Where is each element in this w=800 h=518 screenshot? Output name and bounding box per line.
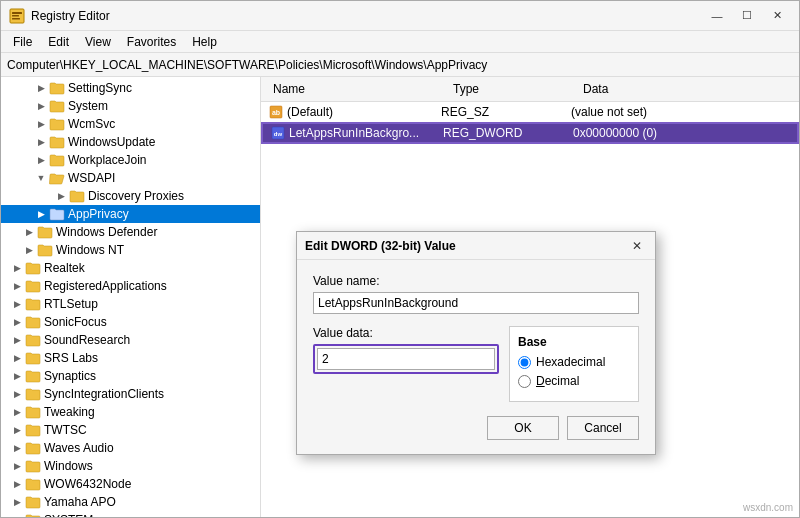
hexadecimal-radio[interactable] — [518, 356, 531, 369]
tree-item-soundresearch[interactable]: ▶ SoundResearch — [1, 331, 260, 349]
tree-label: SoundResearch — [44, 333, 130, 347]
menu-file[interactable]: File — [5, 33, 40, 51]
tree-label: TWTSC — [44, 423, 87, 437]
expand-icon: ▶ — [9, 494, 25, 510]
tree-item-windows-defender[interactable]: ▶ Windows Defender — [1, 223, 260, 241]
expand-icon: ▶ — [33, 80, 49, 96]
tree-item-synaptics[interactable]: ▶ Synaptics — [1, 367, 260, 385]
tree-label: Yamaha APO — [44, 495, 116, 509]
reg-data-cell: 0x00000000 (0) — [573, 126, 789, 140]
registry-row-selected[interactable]: dw LetAppsRunInBackgro... REG_DWORD 0x00… — [261, 122, 799, 144]
tree-label: System — [68, 99, 108, 113]
expand-icon: ▶ — [33, 152, 49, 168]
folder-icon — [49, 152, 65, 168]
folder-icon — [49, 80, 65, 96]
maximize-button[interactable]: ☐ — [733, 6, 761, 26]
folder-icon — [25, 350, 41, 366]
folder-icon — [25, 368, 41, 384]
expand-icon: ▶ — [53, 188, 69, 204]
folder-icon — [69, 188, 85, 204]
expand-icon: ▶ — [33, 134, 49, 150]
tree-label: SRS Labs — [44, 351, 98, 365]
tree-label: Discovery Proxies — [88, 189, 184, 203]
minimize-button[interactable]: — — [703, 6, 731, 26]
tree-item-syncintegration[interactable]: ▶ SyncIntegrationClients — [1, 385, 260, 403]
folder-open-icon — [49, 170, 65, 186]
folder-icon — [25, 314, 41, 330]
tree-item-registeredapps[interactable]: ▶ RegisteredApplications — [1, 277, 260, 295]
hexadecimal-label: Hexadecimal — [536, 355, 605, 369]
value-data-input[interactable] — [317, 348, 495, 370]
decimal-radio[interactable] — [518, 375, 531, 388]
tree-item-tweaking[interactable]: ▶ Tweaking — [1, 403, 260, 421]
tree-item-workplacejoin[interactable]: ▶ WorkplaceJoin — [1, 151, 260, 169]
folder-icon — [37, 224, 53, 240]
tree-label: Synaptics — [44, 369, 96, 383]
base-title: Base — [518, 335, 630, 349]
tree-item-settingsync[interactable]: ▶ SettingSync — [1, 79, 260, 97]
decimal-label: Decimal — [536, 374, 579, 388]
folder-icon — [49, 98, 65, 114]
expand-icon: ▶ — [9, 458, 25, 474]
value-data-wrapper — [313, 344, 499, 374]
hexadecimal-option[interactable]: Hexadecimal — [518, 355, 630, 369]
tree-item-appprivacy[interactable]: ▶ AppPrivacy — [1, 205, 260, 223]
tree-item-rtlsetup[interactable]: ▶ RTLSetup — [1, 295, 260, 313]
tree-label: WcmSvc — [68, 117, 115, 131]
close-button[interactable]: ✕ — [763, 6, 791, 26]
folder-icon — [25, 260, 41, 276]
tree-item-sonicfocus[interactable]: ▶ SonicFocus — [1, 313, 260, 331]
expand-icon: ▶ — [9, 296, 25, 312]
cancel-button[interactable]: Cancel — [567, 416, 639, 440]
tree-item-discovery-proxies[interactable]: ▶ Discovery Proxies — [1, 187, 260, 205]
tree-label: RTLSetup — [44, 297, 98, 311]
tree-item-wow6432[interactable]: ▶ WOW6432Node — [1, 475, 260, 493]
expand-icon: ▶ — [33, 98, 49, 114]
svg-rect-2 — [12, 15, 19, 17]
tree-item-waves-audio[interactable]: ▶ Waves Audio — [1, 439, 260, 457]
menu-edit[interactable]: Edit — [40, 33, 77, 51]
registry-row[interactable]: ab (Default) REG_SZ (value not set) — [261, 102, 799, 122]
folder-icon — [25, 458, 41, 474]
expand-icon: ▶ — [9, 314, 25, 330]
dialog-title-bar: Edit DWORD (32-bit) Value ✕ — [297, 232, 655, 260]
ok-button[interactable]: OK — [487, 416, 559, 440]
value-name-input[interactable] — [313, 292, 639, 314]
dialog-body: Value name: Value data: Base Hexadecimal — [297, 260, 655, 454]
tree-item-windowsupdate[interactable]: ▶ WindowsUpdate — [1, 133, 260, 151]
address-bar: Computer\HKEY_LOCAL_MACHINE\SOFTWARE\Pol… — [1, 53, 799, 77]
watermark: wsxdn.com — [743, 502, 793, 513]
expand-icon: ▶ — [21, 224, 37, 240]
tree-item-wcmsvc[interactable]: ▶ WcmSvc — [1, 115, 260, 133]
tree-item-realtek[interactable]: ▶ Realtek — [1, 259, 260, 277]
svg-text:ab: ab — [272, 109, 280, 116]
tree-item-yamaha[interactable]: ▶ Yamaha APO — [1, 493, 260, 511]
dialog-close-button[interactable]: ✕ — [627, 236, 647, 256]
menu-help[interactable]: Help — [184, 33, 225, 51]
tree-item-srslabs[interactable]: ▶ SRS Labs — [1, 349, 260, 367]
svg-rect-1 — [12, 12, 22, 14]
tree-item-wsdapi[interactable]: ▼ WSDAPI — [1, 169, 260, 187]
tree-label: SYSTEM — [44, 513, 93, 517]
base-section: Base Hexadecimal Decimal — [509, 326, 639, 402]
expand-icon: ▶ — [9, 386, 25, 402]
expand-icon: ▶ — [9, 260, 25, 276]
folder-icon — [25, 404, 41, 420]
col-header-name: Name — [269, 80, 449, 98]
tree-item-windows[interactable]: ▶ Windows — [1, 457, 260, 475]
reg-dword-icon: dw — [271, 126, 285, 140]
menu-view[interactable]: View — [77, 33, 119, 51]
decimal-option[interactable]: Decimal — [518, 374, 630, 388]
menu-favorites[interactable]: Favorites — [119, 33, 184, 51]
tree-item-system-root[interactable]: ▶ SYSTEM — [1, 511, 260, 517]
menu-bar: File Edit View Favorites Help — [1, 31, 799, 53]
tree-item-windows-nt[interactable]: ▶ Windows NT — [1, 241, 260, 259]
folder-icon — [49, 116, 65, 132]
edit-dword-dialog: Edit DWORD (32-bit) Value ✕ Value name: … — [296, 231, 656, 455]
expand-icon: ▶ — [9, 422, 25, 438]
tree-item-twtsc[interactable]: ▶ TWTSC — [1, 421, 260, 439]
expand-icon: ▼ — [33, 170, 49, 186]
tree-item-system[interactable]: ▶ System — [1, 97, 260, 115]
tree-label: Realtek — [44, 261, 85, 275]
svg-rect-3 — [12, 18, 20, 20]
